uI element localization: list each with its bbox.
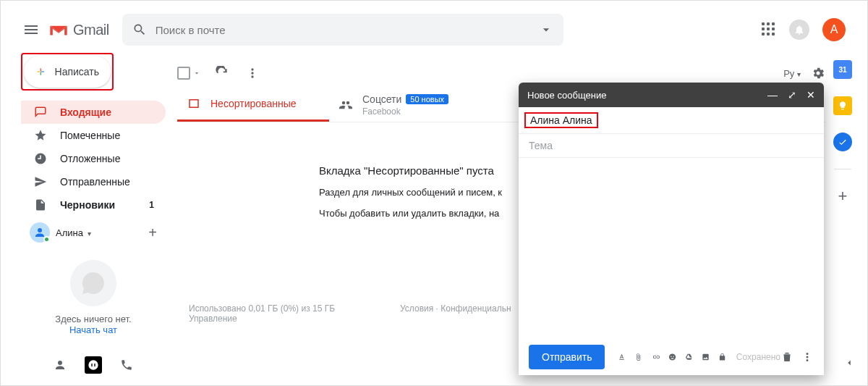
- delete-draft-icon[interactable]: [780, 351, 793, 364]
- format-icon[interactable]: [618, 350, 626, 364]
- compose-saved-label: Сохранено: [736, 352, 780, 362]
- sidepanel-expand-icon[interactable]: [844, 358, 854, 371]
- hangouts-bubble-icon: [70, 260, 116, 306]
- compose-to-highlight: Алина Алина: [524, 112, 598, 128]
- compose-header[interactable]: Новое сообщение — ⤢ ✕: [519, 83, 824, 107]
- search-icon: [132, 22, 147, 37]
- star-icon: [34, 129, 47, 142]
- compose-title: Новое сообщение: [527, 90, 606, 101]
- search-dropdown-icon[interactable]: [539, 22, 553, 37]
- legal-footer: Условия · Конфиденциальн: [400, 303, 511, 314]
- storage-footer: Использовано 0,01 ГБ (0%) из 15 ГБ Управ…: [189, 303, 335, 324]
- sidepanel-keep[interactable]: [833, 96, 852, 115]
- compose-button[interactable]: Написать: [24, 56, 111, 88]
- send-button[interactable]: Отправить: [529, 345, 605, 369]
- notifications-icon[interactable]: [789, 20, 809, 40]
- nav-snoozed[interactable]: Отложенные: [21, 147, 166, 170]
- chat-tab-contacts[interactable]: [51, 356, 69, 374]
- chat-tab-phone[interactable]: [118, 356, 135, 374]
- search-bar[interactable]: [122, 14, 563, 46]
- user-avatar-small: [30, 222, 50, 243]
- sidepanel-calendar[interactable]: 31: [833, 60, 852, 79]
- new-chat-icon[interactable]: +: [148, 225, 157, 241]
- compose-highlight: Написать: [21, 53, 114, 91]
- social-badge: 50 новых: [406, 94, 448, 104]
- image-icon[interactable]: [702, 350, 710, 364]
- compose-close-icon[interactable]: ✕: [807, 89, 815, 101]
- refresh-icon[interactable]: [215, 66, 229, 80]
- plus-multicolor-icon: [35, 64, 46, 80]
- compose-window: Новое сообщение — ⤢ ✕ Алина Алина Тема О…: [519, 83, 824, 375]
- input-lang[interactable]: Ру ▾: [783, 68, 801, 79]
- compose-more-icon[interactable]: [801, 351, 814, 364]
- compose-fullscreen-icon[interactable]: ⤢: [788, 89, 796, 101]
- attach-icon[interactable]: [634, 350, 642, 364]
- nav-starred[interactable]: Помеченные: [21, 124, 166, 147]
- emoji-icon[interactable]: [668, 350, 676, 364]
- tab-social[interactable]: Соцсети50 новых Facebook: [329, 88, 481, 122]
- user-name: Алина ▾: [56, 227, 91, 238]
- more-icon[interactable]: [245, 66, 260, 80]
- file-icon: [34, 198, 47, 211]
- drive-icon[interactable]: [685, 350, 693, 364]
- compose-to-field[interactable]: Алина Алина: [519, 107, 824, 134]
- compose-body[interactable]: [519, 158, 824, 339]
- nav-sent[interactable]: Отправленные: [21, 170, 166, 193]
- select-all-checkbox[interactable]: [177, 67, 190, 80]
- compose-minimize-icon[interactable]: —: [767, 89, 778, 101]
- tab-primary[interactable]: Несортированные: [177, 88, 329, 122]
- start-chat-link[interactable]: Начать чат: [21, 324, 166, 335]
- hangouts-user-row[interactable]: Алина ▾ +: [21, 222, 166, 243]
- clock-icon: [34, 152, 47, 165]
- account-avatar[interactable]: А: [822, 18, 846, 41]
- link-icon[interactable]: [652, 350, 660, 364]
- people-icon: [339, 98, 352, 112]
- gmail-logo[interactable]: Gmail: [48, 22, 109, 38]
- compose-subject-field[interactable]: Тема: [519, 134, 824, 158]
- send-icon: [34, 175, 47, 188]
- sidepanel-tasks[interactable]: [833, 133, 852, 151]
- logo-text: Gmail: [73, 22, 109, 38]
- manage-storage-link[interactable]: Управление: [189, 314, 237, 324]
- chat-tab-hangouts[interactable]: [85, 356, 102, 374]
- inbox-tab-icon: [187, 97, 200, 110]
- lock-clock-icon[interactable]: [718, 350, 726, 364]
- drafts-count: 1: [149, 200, 154, 210]
- hamburger-icon[interactable]: [22, 21, 40, 38]
- select-dropdown-icon[interactable]: [193, 70, 200, 77]
- search-input[interactable]: [156, 24, 539, 36]
- settings-icon[interactable]: [811, 66, 825, 80]
- presence-indicator: [43, 236, 50, 243]
- sidepanel-add[interactable]: +: [838, 187, 848, 206]
- nav-drafts[interactable]: Черновики 1: [21, 193, 166, 217]
- nav-inbox[interactable]: Входящие: [21, 101, 166, 124]
- apps-icon[interactable]: [762, 22, 776, 37]
- inbox-icon: [34, 106, 47, 119]
- hangouts-empty: Здесь ничего нет. Начать чат: [21, 260, 166, 335]
- compose-label: Написать: [55, 66, 99, 77]
